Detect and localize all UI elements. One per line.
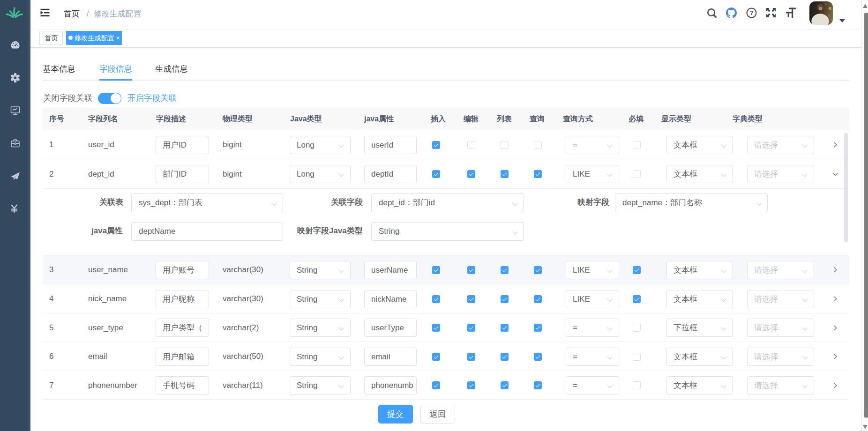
- svg-text:?: ?: [750, 9, 754, 16]
